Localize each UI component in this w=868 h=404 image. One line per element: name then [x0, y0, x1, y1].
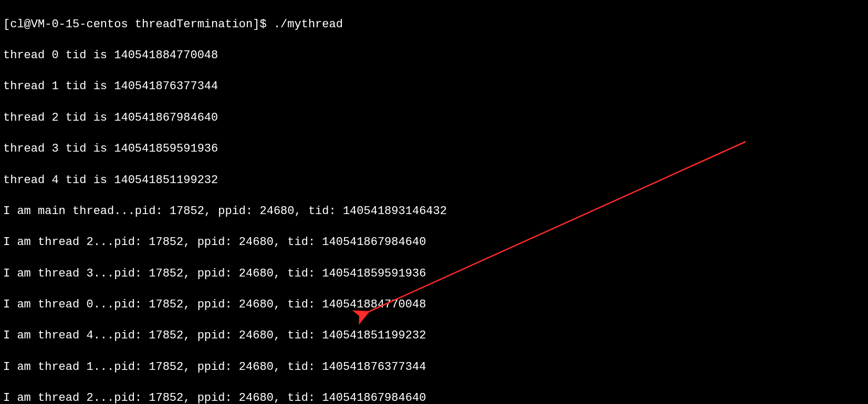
terminal-output[interactable]: [cl@VM-0-15-centos threadTermination]$ .…	[0, 0, 868, 404]
output-line: I am thread 2...pid: 17852, ppid: 24680,…	[3, 235, 865, 250]
output-line: thread 4 tid is 140541851199232	[3, 173, 865, 188]
output-line: I am thread 1...pid: 17852, ppid: 24680,…	[3, 359, 865, 375]
output-line: I am thread 3...pid: 17852, ppid: 24680,…	[3, 266, 865, 282]
output-line: I am thread 0...pid: 17852, ppid: 24680,…	[3, 297, 865, 313]
output-line: thread 0 tid is 140541884770048	[3, 48, 865, 63]
output-line: I am thread 4...pid: 17852, ppid: 24680,…	[3, 328, 865, 344]
output-line: thread 3 tid is 140541859591936	[3, 141, 865, 157]
output-line: thread 1 tid is 140541876377344	[3, 79, 865, 94]
output-line: thread 2 tid is 140541867984640	[3, 110, 865, 126]
prompt-line: [cl@VM-0-15-centos threadTermination]$ .…	[3, 17, 865, 33]
output-line: I am thread 2...pid: 17852, ppid: 24680,…	[3, 390, 865, 404]
output-line: I am main thread...pid: 17852, ppid: 246…	[3, 204, 865, 219]
